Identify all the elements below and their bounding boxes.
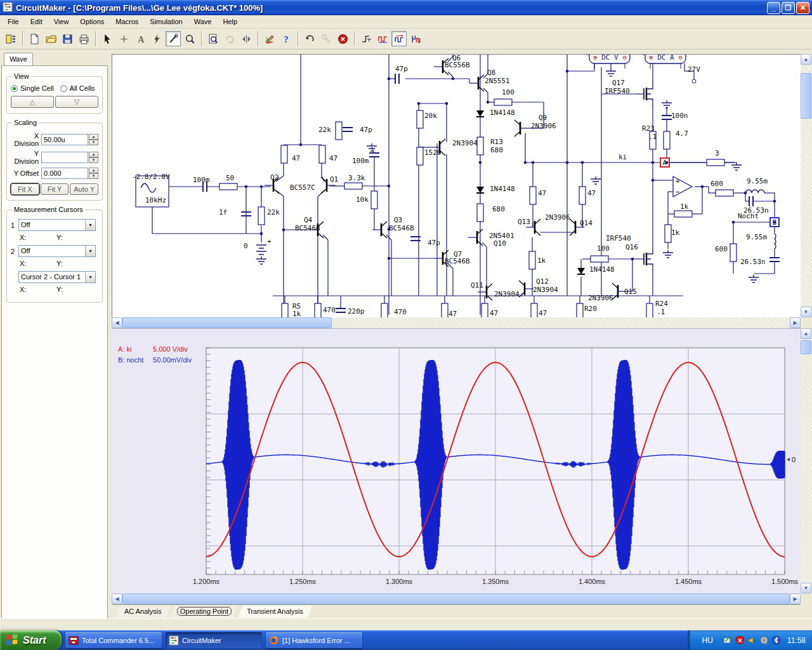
volume-icon[interactable] — [747, 635, 757, 645]
scrollbar-track[interactable] — [801, 328, 811, 594]
scroll-left-arrow[interactable]: ◀ — [112, 317, 122, 328]
single-cell-radio[interactable] — [11, 85, 18, 92]
menu-view[interactable]: View — [49, 17, 74, 27]
y-division-spinner[interactable]: ▲▼ — [89, 152, 98, 163]
tab-wave[interactable]: Wave — [4, 53, 33, 65]
schematic-horizontal-scrollbar[interactable]: ◀▶ — [112, 317, 801, 328]
dialer-icon[interactable] — [759, 635, 769, 645]
probe-tool-button[interactable] — [166, 31, 181, 46]
split-button[interactable] — [239, 31, 254, 46]
component-label: 47 — [538, 189, 546, 197]
cell-down-button[interactable]: ▽ — [55, 96, 98, 108]
close-button[interactable]: ✕ — [796, 2, 809, 14]
sim-edit-button[interactable] — [262, 31, 277, 46]
taskbar-button-circuitmaker[interactable]: CircuitMaker — [166, 632, 262, 648]
wave-panel: View Single Cell All Cells △ ▽ Scaling X… — [1, 65, 108, 620]
x-axis-tick: 1.400ms — [579, 578, 606, 585]
view-group: View Single Cell All Cells △ ▽ — [6, 76, 103, 114]
analysis-tab-transient-analysis[interactable]: Transient Analysis — [238, 606, 312, 618]
menu-help[interactable]: Help — [218, 17, 242, 27]
cursor1-combo[interactable]: Off ▼ — [18, 219, 96, 231]
step-wave-button[interactable] — [391, 31, 407, 46]
save-button[interactable] — [60, 31, 75, 46]
component-label: Q2 — [270, 173, 278, 182]
auto-y-button[interactable]: Auto Y — [70, 183, 98, 195]
stop-button[interactable] — [335, 31, 350, 46]
cursor-diff-combo[interactable]: Cursor 2 - Cursor 1 ▼ — [18, 271, 96, 283]
open-folder-icon — [46, 34, 56, 44]
menu-wave[interactable]: Wave — [189, 17, 217, 27]
digital-probe-button[interactable] — [358, 31, 374, 46]
scroll-down-arrow[interactable]: ▼ — [801, 583, 811, 594]
menu-edit[interactable]: Edit — [25, 17, 48, 27]
toolbar-separator — [298, 31, 298, 46]
menu-options[interactable]: Options — [75, 17, 109, 27]
waveform-horizontal-scrollbar[interactable]: ◀▶ — [112, 594, 801, 604]
y-offset-spinner[interactable]: ▲▼ — [89, 168, 98, 179]
magnifier-button[interactable] — [182, 31, 197, 46]
scroll-left-arrow[interactable]: ◀ — [112, 594, 122, 604]
mixed-wave-button[interactable] — [408, 31, 423, 46]
all-cells-radio[interactable] — [60, 85, 67, 92]
new-file-button[interactable] — [27, 31, 42, 46]
scroll-up-arrow[interactable]: ▲ — [801, 328, 811, 339]
toolbar: A? — [0, 29, 812, 50]
fit-x-button[interactable]: Fit X — [11, 183, 39, 195]
cursor2-combo[interactable]: Off ▼ — [18, 245, 96, 257]
waveform-vertical-scrollbar[interactable]: ▲▼ — [801, 328, 811, 594]
analog-wave-button[interactable] — [375, 31, 390, 46]
schematic-vertical-scrollbar[interactable]: ▲▼ — [801, 54, 811, 317]
start-button[interactable]: Start — [0, 630, 62, 650]
menu-file[interactable]: File — [3, 17, 24, 27]
lightning-button[interactable] — [149, 31, 164, 46]
scrollbar-thumb[interactable] — [801, 340, 811, 354]
menu-macros[interactable]: Macros — [110, 17, 143, 27]
y-offset-input[interactable] — [41, 168, 88, 179]
text-button[interactable]: A — [133, 31, 148, 46]
component-label: 2N5551 — [485, 77, 510, 85]
x-division-spinner[interactable]: ▲▼ — [89, 134, 98, 145]
scroll-down-arrow[interactable]: ▼ — [801, 307, 811, 317]
scroll-right-arrow[interactable]: ▶ — [790, 317, 801, 328]
chevron-down-icon[interactable]: ▼ — [85, 272, 95, 282]
analysis-tab-operating-point[interactable]: Operating Point — [171, 606, 238, 618]
component-label: 10kHz — [145, 196, 166, 204]
rotate-button[interactable] — [222, 31, 237, 46]
security-shield-icon[interactable] — [735, 635, 745, 645]
chevron-down-icon[interactable]: ▼ — [85, 246, 95, 256]
plus-button[interactable] — [116, 31, 131, 46]
restore-button[interactable]: ❐ — [782, 2, 795, 14]
minimize-button[interactable]: _ — [767, 2, 780, 14]
component-label: 2N3904 — [494, 290, 520, 298]
x-division-input[interactable] — [41, 134, 88, 145]
scroll-up-arrow[interactable]: ▲ — [801, 54, 811, 65]
taskbar-button-1-hawksford-error[interactable]: [1] Hawksford Error ... — [266, 632, 362, 648]
bluetooth-icon[interactable] — [771, 635, 781, 645]
taskbar-button-total-commander-6-5[interactable]: Total Commander 6.5... — [65, 632, 162, 648]
help-button[interactable]: ? — [278, 31, 294, 46]
menu-simulation[interactable]: Simulation — [145, 17, 187, 27]
open-folder-button[interactable] — [43, 31, 58, 46]
cursor-button[interactable] — [100, 31, 115, 46]
cell-up-button[interactable]: △ — [11, 96, 54, 108]
cursor1-y-label: Y: — [56, 234, 93, 241]
scrollbar-thumb[interactable] — [801, 73, 811, 119]
y-division-input[interactable] — [41, 152, 88, 163]
pen-tablet-icon[interactable] — [723, 635, 733, 645]
waveform-plot[interactable]: A: ki 5.000 V/div B: nocht 50.00mV/div 1… — [112, 328, 801, 594]
fit-y-button[interactable]: Fit Y — [41, 183, 69, 195]
language-indicator[interactable]: HU — [693, 636, 722, 645]
schematic-canvas[interactable]: +−⊕ DC V ⊖⊕ DC A ⊖AB+-2.8/2.8V10kHz100m5… — [112, 54, 801, 317]
chevron-down-icon[interactable]: ▼ — [85, 220, 95, 230]
component-label: -2.8/2.8V — [132, 173, 170, 181]
analysis-tab-ac-analysis[interactable]: AC Analysis — [115, 606, 171, 618]
scroll-right-arrow[interactable]: ▶ — [790, 594, 801, 604]
doc-find-button[interactable] — [206, 31, 221, 46]
wrench-button[interactable] — [318, 31, 334, 46]
scrollbar-thumb[interactable] — [122, 594, 790, 604]
component-label: Q16 — [625, 243, 638, 251]
part-browser-button[interactable] — [3, 31, 18, 46]
undo-button[interactable] — [302, 31, 317, 46]
scrollbar-thumb[interactable] — [122, 317, 332, 328]
print-button[interactable] — [76, 31, 91, 46]
